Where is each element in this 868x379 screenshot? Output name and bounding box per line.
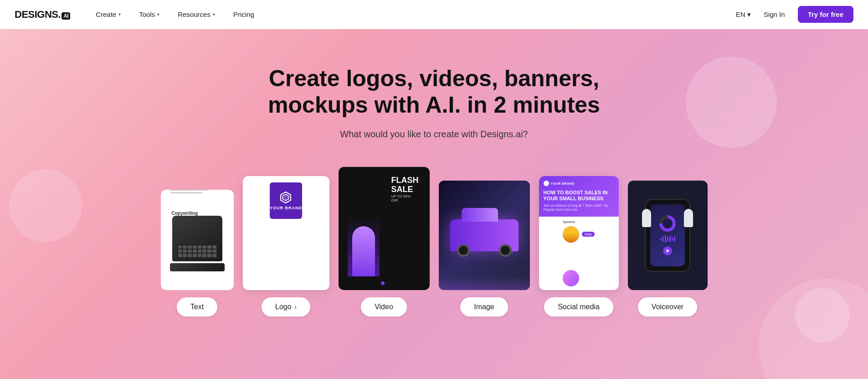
typewriter-key <box>212 254 216 257</box>
typewriter-key <box>188 249 192 253</box>
road-glow <box>439 276 530 290</box>
cards-row: Copywriting <box>161 167 708 317</box>
sale-label: SALE <box>391 185 419 194</box>
video-person <box>348 217 380 276</box>
hero-section: Create logos, videos, banners, mockups w… <box>0 29 868 379</box>
social-card-bottom: Speaker Abby <box>558 217 599 290</box>
nav-pricing[interactable]: Pricing <box>226 7 262 22</box>
typewriter-key <box>207 249 211 253</box>
social-card-image: YOUR BRAND HOW TO BOOST SALES IN YOUR SM… <box>539 176 619 290</box>
phone-circle-inner <box>663 218 673 228</box>
video-pill[interactable]: Video <box>361 297 407 317</box>
social-card-top: YOUR BRAND HOW TO BOOST SALES IN YOUR SM… <box>539 176 619 217</box>
avatar-face <box>563 226 579 243</box>
decorative-circle-left <box>9 169 82 242</box>
text-pill[interactable]: Text <box>177 297 217 317</box>
card-item-voiceover[interactable]: Voiceover <box>628 181 708 317</box>
chevron-down-icon: ▾ <box>157 12 159 17</box>
social-pill[interactable]: Social media <box>544 297 613 317</box>
logo-card-header: YOUR BRAND <box>270 182 302 219</box>
speaker-block: Abby <box>563 226 595 243</box>
chevron-down-icon: ▾ <box>747 10 751 19</box>
phone-circle-progress <box>659 215 676 232</box>
social-brand-name: YOUR BRAND <box>551 182 575 185</box>
paper-line <box>170 192 203 193</box>
typewriter-key <box>198 249 202 253</box>
logo-bottom-strip <box>285 270 287 284</box>
card-item-social[interactable]: YOUR BRAND HOW TO BOOST SALES IN YOUR SM… <box>539 176 619 317</box>
card-item-text[interactable]: Copywriting <box>161 190 234 317</box>
voiceover-label: Voiceover <box>652 303 683 311</box>
wave-bar <box>663 236 664 242</box>
phone-play-button[interactable] <box>663 246 672 255</box>
logo-text: DESIGNS.AI <box>15 9 70 21</box>
typewriter-keys <box>177 244 218 259</box>
voiceover-pill[interactable]: Voiceover <box>638 297 697 317</box>
wave-bar <box>672 237 673 241</box>
hero-title: Create logos, videos, banners, mockups w… <box>229 66 639 118</box>
typewriter-key <box>202 245 206 249</box>
card-item-video[interactable]: FLASH SALE UP TO 50% OFF Video <box>339 167 430 317</box>
language-label: EN <box>736 10 745 18</box>
typewriter-paper <box>168 190 227 199</box>
speaker-label: Speaker <box>563 220 595 223</box>
logo-brand-text: YOUR BRAND <box>270 206 302 210</box>
typewriter-key <box>212 249 216 253</box>
person-silhouette <box>352 226 375 276</box>
typewriter-key <box>183 245 187 249</box>
speaker-avatar <box>563 226 579 243</box>
nav-tools[interactable]: Tools ▾ <box>132 7 167 22</box>
nav-resources[interactable]: Resources ▾ <box>170 7 222 22</box>
typewriter-key <box>183 249 187 253</box>
nav-right: EN ▾ Sign In Try for free <box>736 6 853 23</box>
card-item-image[interactable]: Image <box>439 181 530 317</box>
logo-card-image: YOUR BRAND <box>243 176 329 290</box>
nav-links: Create ▾ Tools ▾ Resources ▾ Pricing <box>88 7 736 22</box>
image-pill[interactable]: Image <box>460 297 508 317</box>
logo-pill[interactable]: Logo › <box>262 297 310 317</box>
airpod-left-icon <box>642 209 651 227</box>
social-decoration-circle <box>563 270 579 286</box>
typewriter-key <box>193 249 197 253</box>
image-label: Image <box>474 303 494 311</box>
typewriter-key <box>183 254 187 257</box>
nav-create[interactable]: Create ▾ <box>88 7 128 22</box>
typewriter-key <box>193 254 197 257</box>
flash-sale-text: FLASH SALE UP TO 50% OFF <box>391 176 419 202</box>
phone-screen <box>650 204 685 266</box>
chevron-down-icon: ▾ <box>118 12 121 17</box>
typewriter-key <box>198 245 202 249</box>
car-wheel-left <box>457 244 470 257</box>
wave-bar <box>667 237 668 241</box>
play-dot <box>381 281 385 285</box>
wave-bar <box>674 236 675 242</box>
logo[interactable]: DESIGNS.AI <box>15 9 70 21</box>
nav-create-label: Create <box>96 10 116 18</box>
social-brand-bar: YOUR BRAND <box>544 181 614 186</box>
decorative-circle-bottom-right <box>759 279 868 379</box>
card-item-logo[interactable]: YOUR BRAND <box>243 176 329 317</box>
try-for-free-button[interactable]: Try for free <box>798 6 853 23</box>
nav-tools-label: Tools <box>139 10 155 18</box>
nav-signin[interactable]: Sign In <box>758 7 791 22</box>
voiceover-card-image <box>628 181 708 290</box>
social-sub: Join our webinar 28 Aug @ 7:30pm (GMT +8… <box>544 203 614 212</box>
nav-language[interactable]: EN ▾ <box>736 10 751 19</box>
airpod-right-icon <box>684 209 693 227</box>
typewriter-body <box>172 216 222 261</box>
logo-ai-badge: AI <box>62 12 70 20</box>
play-icon <box>667 249 669 253</box>
navbar: DESIGNS.AI Create ▾ Tools ▾ Resources ▾ … <box>0 0 868 29</box>
text-card-image: Copywriting <box>161 190 234 290</box>
wave-bar <box>665 235 666 243</box>
svg-marker-1 <box>282 194 289 201</box>
typewriter-key <box>202 249 206 253</box>
typewriter-key <box>198 254 202 257</box>
chevron-down-icon: ▾ <box>213 12 215 17</box>
typewriter-key <box>188 245 192 249</box>
speaker-name-tag: Abby <box>582 232 595 237</box>
typewriter-key <box>207 254 211 257</box>
typewriter-key <box>188 254 192 257</box>
typewriter-base <box>170 263 225 271</box>
car-shape <box>450 219 519 251</box>
